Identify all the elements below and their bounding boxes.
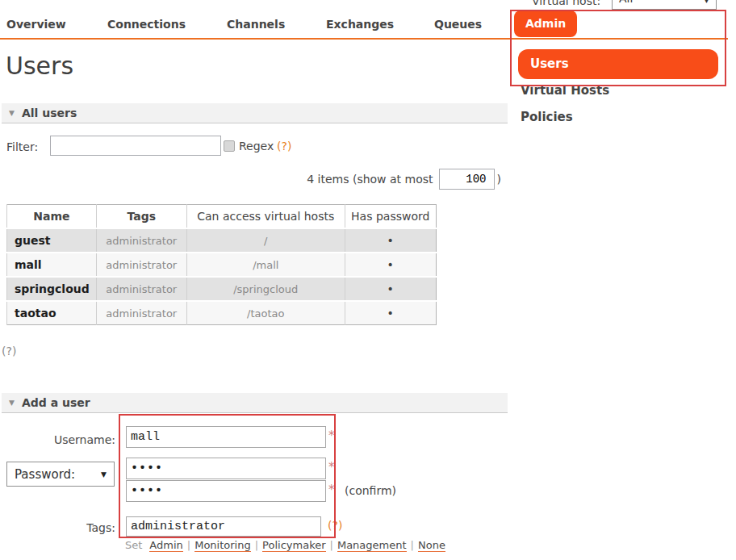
collapse-triangle-icon: ▼ xyxy=(9,109,15,117)
has-password-dot: • xyxy=(345,253,436,277)
password-type-select[interactable]: Password: ▼ xyxy=(6,462,115,487)
nav-underline xyxy=(0,38,728,40)
separator: | xyxy=(330,539,333,551)
password-field[interactable] xyxy=(126,458,326,479)
sidebar-item-users[interactable]: Users xyxy=(518,49,718,79)
chevron-down-icon: ▼ xyxy=(704,0,709,4)
chevron-down-icon: ▼ xyxy=(101,470,107,479)
set-label: Set xyxy=(125,539,142,551)
add-user-section-header[interactable]: ▼ Add a user xyxy=(2,393,508,413)
user-tags: administrator xyxy=(96,277,186,301)
table-help-link[interactable]: (?) xyxy=(2,345,16,357)
user-vhosts: / xyxy=(186,228,345,253)
page-title: Users xyxy=(6,52,73,80)
users-table: Name Tags Can access virtual hosts Has p… xyxy=(6,204,437,325)
tab-exchanges[interactable]: Exchanges xyxy=(326,18,394,31)
user-tags: administrator xyxy=(96,301,186,325)
set-management-link[interactable]: Management xyxy=(337,539,407,552)
tab-queues[interactable]: Queues xyxy=(434,18,482,31)
user-name-link[interactable]: mall xyxy=(7,253,97,277)
table-row: mall administrator /mall • xyxy=(7,253,437,277)
col-header-name[interactable]: Name xyxy=(7,205,97,229)
password-confirm-field[interactable] xyxy=(126,480,326,502)
tab-connections[interactable]: Connections xyxy=(107,18,186,31)
show-at-most-input[interactable] xyxy=(439,169,495,190)
separator: | xyxy=(187,539,190,551)
password-select-label: Password: xyxy=(15,467,75,482)
required-asterisk: * xyxy=(328,460,335,474)
user-tags: administrator xyxy=(96,253,186,277)
items-count-close: ) xyxy=(497,173,501,186)
col-header-has-password: Has password xyxy=(345,205,436,229)
has-password-dot: • xyxy=(345,228,436,253)
set-admin-link[interactable]: Admin xyxy=(149,539,182,552)
all-users-section-header[interactable]: ▼ All users xyxy=(2,103,508,123)
virtual-host-label: Virtual host: xyxy=(532,0,600,7)
user-vhosts: /taotao xyxy=(186,301,345,325)
tab-channels[interactable]: Channels xyxy=(227,18,285,31)
set-monitoring-link[interactable]: Monitoring xyxy=(194,539,251,552)
regex-help-link[interactable]: (?) xyxy=(277,140,291,153)
separator: | xyxy=(411,539,414,551)
user-name-link[interactable]: springcloud xyxy=(7,277,97,301)
filter-input[interactable] xyxy=(50,136,221,156)
virtual-host-select[interactable]: All ▼ xyxy=(612,0,717,10)
regex-checkbox[interactable] xyxy=(224,140,235,152)
tab-admin[interactable]: Admin xyxy=(514,10,577,37)
set-none-link[interactable]: None xyxy=(418,539,445,552)
all-users-title: All users xyxy=(22,107,77,119)
add-user-title: Add a user xyxy=(22,396,90,409)
user-name-link[interactable]: guest xyxy=(7,228,97,253)
col-header-tags[interactable]: Tags xyxy=(96,205,186,229)
table-row: taotao administrator /taotao • xyxy=(7,301,437,325)
col-header-vhosts: Can access virtual hosts xyxy=(186,205,345,229)
items-count-text: 4 items (show at most xyxy=(307,173,433,186)
tab-overview[interactable]: Overview xyxy=(6,18,66,31)
collapse-triangle-icon: ▼ xyxy=(9,399,15,407)
table-row: guest administrator / • xyxy=(7,228,437,253)
user-name-link[interactable]: taotao xyxy=(7,301,97,325)
sidebar-item-policies[interactable]: Policies xyxy=(521,110,573,124)
set-policymaker-link[interactable]: Policymaker xyxy=(262,539,325,552)
user-vhosts: /mall xyxy=(186,253,345,277)
user-tags: administrator xyxy=(96,228,186,253)
tag-shortcut-row: SetAdmin|Monitoring|Policymaker|Manageme… xyxy=(125,539,445,551)
virtual-host-value: All xyxy=(619,0,633,5)
has-password-dot: • xyxy=(345,277,436,301)
user-vhosts: /springcloud xyxy=(186,277,345,301)
confirm-note: (confirm) xyxy=(345,484,396,497)
rabbitmq-users-page: Virtual host: All ▼ Overview Connections… xyxy=(0,0,736,560)
table-row: springcloud administrator /springcloud • xyxy=(7,277,437,301)
separator: | xyxy=(255,539,258,551)
username-label: Username: xyxy=(0,433,115,446)
tags-help-link[interactable]: (?) xyxy=(328,519,342,532)
required-asterisk: * xyxy=(328,428,335,443)
required-asterisk: * xyxy=(328,483,335,497)
has-password-dot: • xyxy=(345,301,436,325)
tags-field[interactable] xyxy=(126,516,321,537)
username-field[interactable] xyxy=(126,426,326,448)
tags-label: Tags: xyxy=(0,521,115,534)
sidebar-item-virtual-hosts[interactable]: Virtual Hosts xyxy=(521,83,609,98)
items-count-row: 4 items (show at most ) xyxy=(0,169,501,190)
filter-label: Filter: xyxy=(6,140,38,153)
table-header-row: Name Tags Can access virtual hosts Has p… xyxy=(7,205,437,229)
regex-label: Regex xyxy=(239,140,274,153)
